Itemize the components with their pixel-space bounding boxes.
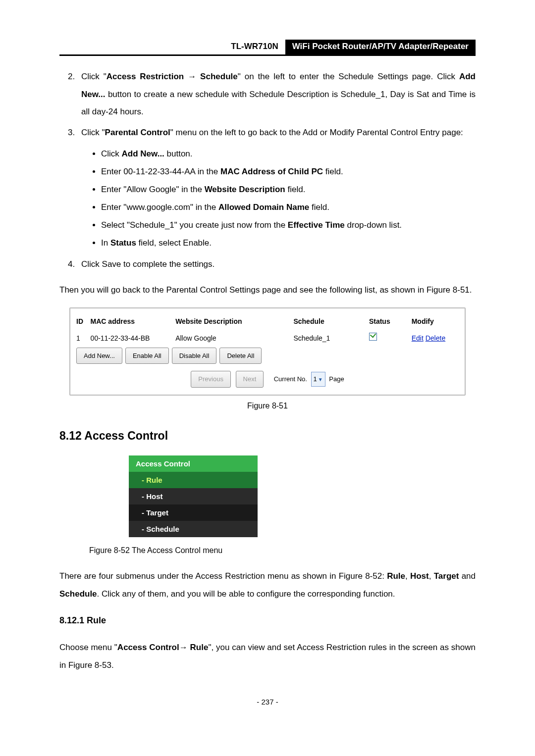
table-header: ID MAC address Website Description Sched…: [76, 314, 459, 329]
cell-schedule: Schedule_1: [293, 331, 369, 346]
section-8-12-paragraph: There are four submenus under the Access…: [59, 567, 476, 603]
figure-8-52-caption: Figure 8-52 The Access Control menu: [89, 542, 476, 559]
step3-bullets: Click Add New... button. Enter 00-11-22-…: [81, 146, 476, 252]
check-icon: [369, 333, 377, 341]
bold-text: MAC Address of Child PC: [220, 167, 323, 176]
text: Enter "Allow Google" in the: [101, 185, 205, 194]
cell-website-description: Allow Google: [175, 331, 293, 346]
bold-text: Target: [434, 571, 459, 581]
cell-mac: 00-11-22-33-44-BB: [91, 331, 176, 346]
bold-text: Allowed Domain Name: [218, 202, 309, 212]
bold-text: Effective Time: [288, 220, 345, 230]
doc-header: TL-WR710N WiFi Pocket Router/AP/TV Adapt…: [59, 40, 476, 56]
disable-all-button[interactable]: Disable All: [172, 348, 217, 364]
bold-text: Status: [110, 238, 136, 248]
bold-text: Rule: [387, 571, 405, 581]
text: Enter "www.google.com" in the: [101, 202, 218, 212]
figure-8-52-menu: Access Control - Rule - Host - Target - …: [129, 455, 258, 537]
text: Click ": [81, 72, 107, 81]
delete-link[interactable]: Delete: [426, 334, 445, 342]
text: and: [459, 571, 476, 581]
header-model: TL-WR710N: [224, 40, 285, 54]
step-4: Click Save to complete the settings.: [77, 255, 476, 273]
text: ,: [405, 571, 410, 581]
col-modify: Modify: [412, 314, 459, 329]
bullet-item: Enter "www.google.com" in the Allowed Do…: [101, 199, 476, 216]
step-2: Click "Access Restriction → Schedule" on…: [77, 68, 476, 121]
text: . Click any of them, and you will be abl…: [97, 589, 395, 599]
col-schedule: Schedule: [293, 314, 369, 329]
text: " menu on the left to go back to the Add…: [170, 128, 463, 137]
step-3: Click "Parental Control" menu on the lef…: [77, 124, 476, 252]
text: In: [101, 238, 110, 248]
text: field.: [309, 202, 329, 212]
col-id: ID: [76, 314, 91, 329]
figure-8-51-panel: ID MAC address Website Description Sched…: [69, 307, 466, 395]
page-select[interactable]: 1▼: [311, 372, 325, 386]
chevron-down-icon: ▼: [318, 377, 323, 382]
steps-list: Click "Access Restriction → Schedule" on…: [59, 68, 476, 273]
text: Click Save to complete the settings.: [81, 259, 214, 269]
menu-item-schedule[interactable]: - Schedule: [129, 521, 258, 537]
bullet-item: Enter "Allow Google" in the Website Desc…: [101, 181, 476, 198]
cell-id: 1: [76, 331, 91, 346]
menu-header: Access Control: [129, 455, 258, 472]
col-status: Status: [369, 314, 412, 329]
section-8-12-heading: 8.12 Access Control: [59, 424, 476, 448]
figure-8-51-caption: Figure 8-51: [59, 398, 476, 414]
delete-all-button[interactable]: Delete All: [219, 348, 262, 364]
bullet-item: Select "Schedule_1" you create just now …: [101, 217, 476, 234]
menu-item-rule[interactable]: - Rule: [129, 472, 258, 488]
add-new-button[interactable]: Add New...: [76, 348, 122, 364]
enable-all-button[interactable]: Enable All: [125, 348, 169, 364]
col-website-description: Website Description: [175, 314, 293, 329]
menu-item-target[interactable]: - Target: [129, 504, 258, 521]
text: " on the left to enter the Schedule Sett…: [238, 72, 459, 81]
text: Select "Schedule_1" you create just now …: [101, 220, 288, 230]
bold-text: Website Description: [205, 185, 285, 194]
cell-status: [369, 331, 412, 346]
button-row: Add New... Enable All Disable All Delete…: [76, 348, 459, 364]
next-button[interactable]: Next: [236, 371, 264, 387]
edit-link[interactable]: Edit: [412, 334, 424, 342]
bullet-item: Click Add New... button.: [101, 146, 476, 162]
bold-text: Add New...: [122, 149, 164, 158]
page-label: Page: [329, 375, 344, 383]
text: There are four submenus under the Access…: [59, 571, 387, 581]
menu-item-host[interactable]: - Host: [129, 488, 258, 504]
text: Enter 00-11-22-33-44-AA in the: [101, 167, 220, 176]
bold-text: Host: [410, 571, 429, 581]
bold-text: Rule: [190, 643, 209, 652]
table-row: 1 00-11-22-33-44-BB Allow Google Schedul…: [76, 331, 459, 346]
bold-text: Parental Control: [105, 128, 170, 137]
text: Choose menu ": [59, 643, 117, 652]
section-8-12-1-heading: 8.12.1 Rule: [59, 611, 476, 630]
after-list-paragraph: Then you will go back to the Parental Co…: [59, 281, 476, 299]
arrow-icon: →: [179, 643, 190, 652]
text: Click ": [81, 128, 105, 137]
text: Click: [101, 149, 122, 158]
pager: Previous Next Current No. 1▼ Page: [76, 371, 459, 387]
current-no-label: Current No.: [274, 375, 307, 383]
text: field.: [323, 167, 343, 176]
bullet-item: Enter 00-11-22-33-44-AA in the MAC Addre…: [101, 163, 476, 180]
text: ,: [429, 571, 434, 581]
page-select-value: 1: [314, 375, 317, 383]
text: field, select Enable.: [136, 238, 212, 248]
bold-text: Access Control: [117, 643, 179, 652]
bold-text: Access Restriction → Schedule: [107, 72, 238, 81]
header-description: WiFi Pocket Router/AP/TV Adapter/Repeate…: [285, 40, 476, 54]
col-mac: MAC address: [91, 314, 176, 329]
text: field.: [285, 185, 306, 194]
text: drop-down list.: [345, 220, 402, 230]
bold-text: Schedule: [59, 589, 97, 599]
text: button to create a new schedule with Sch…: [81, 90, 476, 117]
cell-modify: Edit Delete: [412, 331, 459, 346]
section-8-12-1-paragraph: Choose menu "Access Control→ Rule", you …: [59, 639, 476, 674]
previous-button[interactable]: Previous: [191, 371, 231, 387]
page-number: - 237 -: [59, 694, 476, 710]
text: button.: [164, 149, 193, 158]
bullet-item: In Status field, select Enable.: [101, 235, 476, 252]
